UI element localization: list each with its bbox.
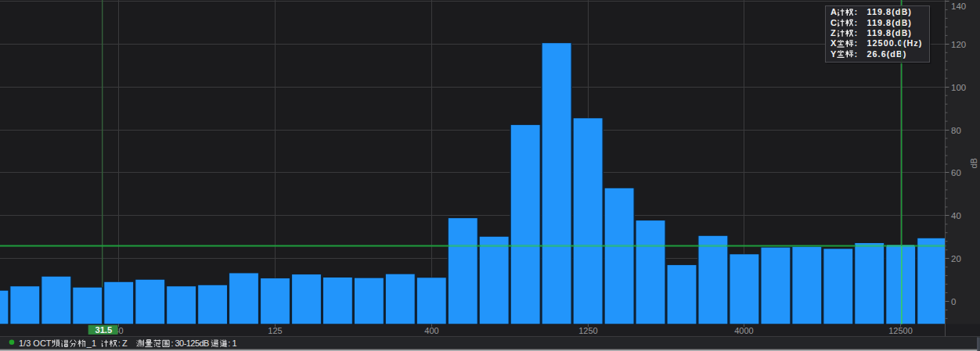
- svg-text:X: X: [830, 38, 837, 48]
- svg-text:80: 80: [951, 126, 961, 135]
- svg-text:140: 140: [951, 2, 966, 11]
- svg-text::: :: [855, 38, 858, 48]
- svg-text:Y: Y: [830, 49, 837, 59]
- svg-text:120: 120: [951, 40, 966, 49]
- svg-text:119.8(dB): 119.8(dB): [867, 28, 912, 38]
- svg-text:60: 60: [951, 168, 961, 177]
- svg-text:20: 20: [951, 254, 961, 263]
- svg-text:400: 400: [424, 326, 438, 335]
- svg-text:26.6(dB): 26.6(dB): [867, 49, 907, 59]
- svg-text:4000: 4000: [734, 326, 753, 335]
- svg-text:1250: 1250: [578, 326, 597, 335]
- svg-text::: :: [855, 18, 858, 27]
- svg-text:Z: Z: [830, 28, 836, 38]
- svg-text:119.8(dB): 119.8(dB): [867, 18, 912, 27]
- svg-text:: 1: : 1: [228, 338, 236, 348]
- svg-text:C: C: [830, 18, 837, 27]
- svg-text::: :: [855, 49, 858, 59]
- svg-text:100: 100: [951, 83, 966, 92]
- svg-text::: :: [855, 28, 858, 38]
- svg-text:1/3 OCT: 1/3 OCT: [19, 338, 52, 348]
- svg-text:0: 0: [951, 297, 956, 306]
- svg-text:31.5: 31.5: [95, 325, 112, 335]
- svg-text:dB: dB: [969, 158, 978, 168]
- svg-text::: :: [855, 7, 858, 16]
- svg-text:: Z: : Z: [118, 338, 128, 348]
- svg-text:40: 40: [951, 211, 961, 220]
- svg-text:A: A: [830, 7, 837, 16]
- svg-text:12500: 12500: [888, 326, 913, 335]
- svg-text:119.8(dB): 119.8(dB): [867, 7, 912, 16]
- svg-text:125: 125: [268, 326, 282, 335]
- svg-text:12500.0(Hz): 12500.0(Hz): [867, 38, 923, 48]
- svg-text:_1: _1: [86, 338, 96, 348]
- svg-text:: 30-125dB: : 30-125dB: [171, 338, 210, 348]
